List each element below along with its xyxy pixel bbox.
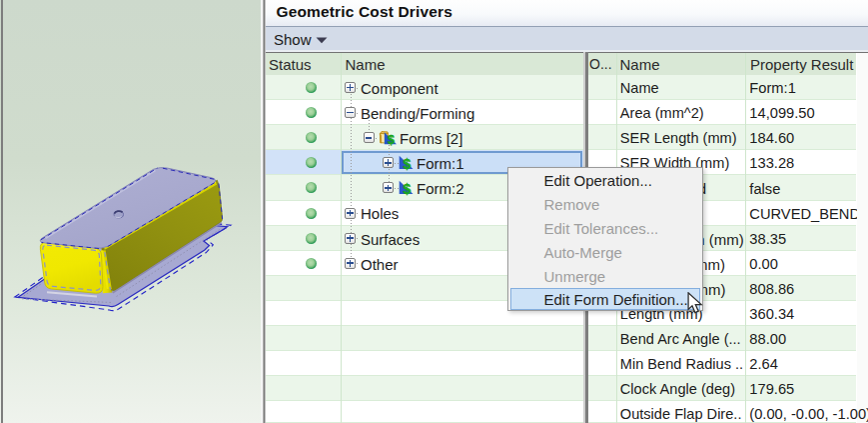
svg-text:$: $ <box>404 156 412 172</box>
svg-text:$: $ <box>404 181 412 197</box>
svg-text:$: $ <box>388 133 395 146</box>
